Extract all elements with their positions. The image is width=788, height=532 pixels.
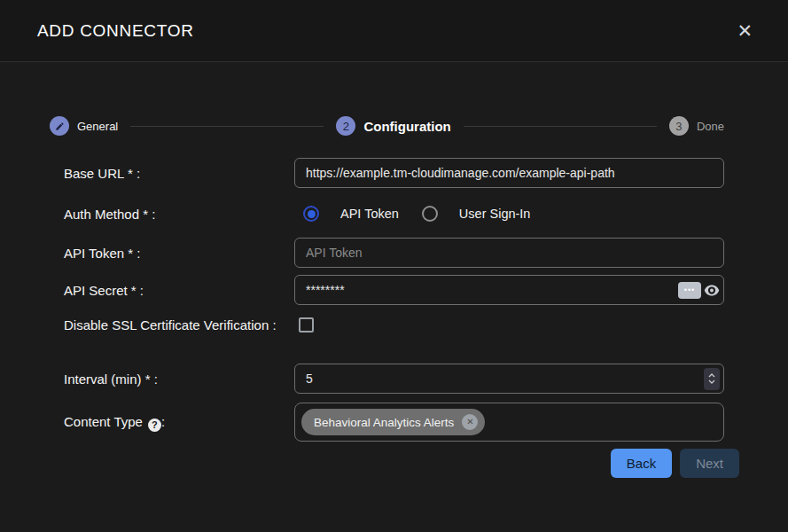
content-type-row: Content Type?: Behavioral Analytics Aler… (64, 403, 724, 442)
eye-icon (704, 285, 720, 296)
radio-option-user-sign-in[interactable]: User Sign-In (422, 206, 531, 222)
chip-remove-button[interactable]: ✕ (462, 414, 478, 430)
add-connector-modal: ADD CONNECTOR ✕ General 2 Configuration (0, 0, 788, 532)
stepper-connector (130, 126, 324, 127)
radio-option-api-token[interactable]: API Token (303, 206, 399, 222)
radio-icon-unselected (422, 206, 438, 222)
api-token-input[interactable] (294, 238, 724, 268)
ssl-verification-row: Disable SSL Certificate Verification : (64, 316, 724, 355)
help-icon[interactable]: ? (148, 419, 161, 432)
next-button[interactable]: Next (680, 449, 739, 478)
chevron-up-icon (708, 373, 715, 378)
modal-body: General 2 Configuration 3 Done Base URL … (0, 62, 788, 478)
chevron-down-icon (708, 379, 715, 384)
step-general-circle (50, 116, 69, 136)
step-configuration[interactable]: 2 Configuration (336, 116, 450, 136)
radio-label-api-token: API Token (340, 207, 399, 221)
content-type-chip: Behavioral Analytics Alerts ✕ (301, 409, 485, 435)
step-configuration-circle: 2 (336, 116, 355, 136)
radio-icon-selected (303, 206, 319, 222)
stepper-up-button[interactable] (708, 373, 715, 378)
base-url-label: Base URL * : (64, 164, 294, 183)
chip-label: Behavioral Analytics Alerts (314, 416, 454, 429)
step-general[interactable]: General (50, 116, 118, 136)
ssl-verification-checkbox[interactable] (299, 317, 314, 332)
chip-remove-icon: ✕ (466, 418, 473, 426)
credentials-dots-button[interactable]: ••• (678, 282, 701, 299)
stepper-connector (464, 126, 657, 127)
stepper: General 2 Configuration 3 Done (50, 115, 724, 137)
step-done-label: Done (697, 120, 724, 133)
modal-header: ADD CONNECTOR ✕ (0, 0, 788, 62)
close-icon: ✕ (737, 20, 753, 41)
base-url-row: Base URL * : (64, 158, 724, 188)
close-button[interactable]: ✕ (735, 20, 754, 42)
auth-method-radio-group: API Token User Sign-In (294, 206, 530, 222)
content-type-input[interactable]: Behavioral Analytics Alerts ✕ (294, 403, 724, 442)
show-secret-button[interactable] (704, 285, 720, 296)
api-secret-input[interactable] (294, 275, 724, 305)
auth-method-label: Auth Method * : (64, 205, 294, 223)
base-url-input[interactable] (294, 158, 724, 188)
radio-label-user-sign-in: User Sign-In (459, 207, 531, 221)
step-done[interactable]: 3 Done (669, 116, 724, 136)
step-general-label: General (77, 120, 118, 133)
modal-title: ADD CONNECTOR (37, 21, 194, 41)
interval-label: Interval (min) * : (64, 370, 294, 388)
auth-method-row: Auth Method * : API Token User Sign-In (64, 199, 724, 229)
pencil-icon (55, 121, 65, 131)
ellipsis-icon: ••• (684, 286, 695, 294)
step-configuration-label: Configuration (363, 119, 450, 134)
api-secret-row: API Secret * : ••• (64, 275, 724, 305)
stepper-down-button[interactable] (708, 379, 715, 384)
connector-form: Base URL * : Auth Method * : API Token (64, 158, 724, 478)
content-type-label: Content Type?: (64, 412, 294, 432)
api-token-row: API Token * : (64, 238, 724, 268)
back-button[interactable]: Back (611, 449, 672, 478)
api-token-label: API Token * : (64, 244, 294, 262)
step-done-circle: 3 (669, 116, 689, 136)
interval-input[interactable] (294, 364, 724, 394)
ssl-verification-label: Disable SSL Certificate Verification : (64, 316, 294, 334)
modal-footer-buttons: Back Next (64, 449, 739, 478)
interval-row: Interval (min) * : (64, 364, 724, 394)
api-secret-label: API Secret * : (64, 281, 294, 300)
interval-stepper (704, 368, 720, 390)
